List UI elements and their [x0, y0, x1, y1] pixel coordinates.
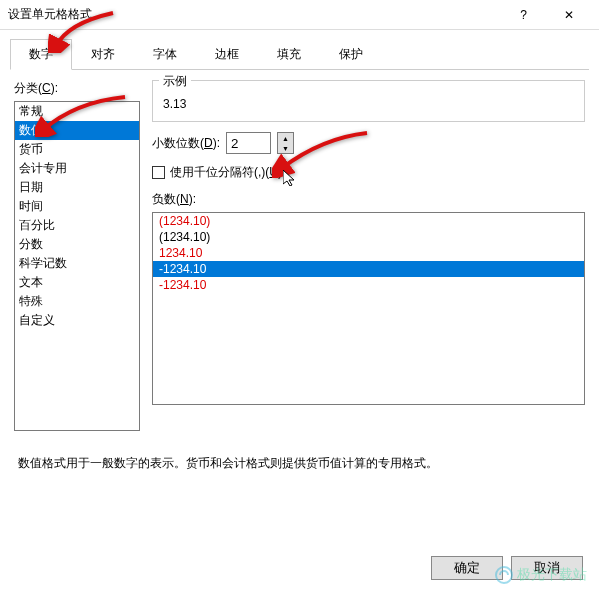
thousands-separator-row: 使用千位分隔符(,)(U) [152, 164, 585, 181]
tab-border[interactable]: 边框 [196, 39, 258, 70]
category-item-fraction[interactable]: 分数 [15, 235, 139, 254]
format-description: 数值格式用于一般数字的表示。货币和会计格式则提供货币值计算的专用格式。 [18, 455, 581, 472]
content-area: 分类(C): 常规 数值 货币 会计专用 日期 时间 百分比 分数 科学记数 文… [0, 70, 599, 441]
tab-alignment[interactable]: 对齐 [72, 39, 134, 70]
category-item-scientific[interactable]: 科学记数 [15, 254, 139, 273]
category-listbox[interactable]: 常规 数值 货币 会计专用 日期 时间 百分比 分数 科学记数 文本 特殊 自定… [14, 101, 140, 431]
tab-fill[interactable]: 填充 [258, 39, 320, 70]
decimal-spinner: ▲ ▼ [277, 132, 294, 154]
negative-listbox[interactable]: (1234.10) (1234.10) 1234.10 -1234.10 -12… [152, 212, 585, 405]
category-item-text[interactable]: 文本 [15, 273, 139, 292]
negative-item[interactable]: (1234.10) [153, 213, 584, 229]
tab-strip: 数字 对齐 字体 边框 填充 保护 [10, 38, 589, 70]
negative-item[interactable]: 1234.10 [153, 245, 584, 261]
tab-protection[interactable]: 保护 [320, 39, 382, 70]
category-column: 分类(C): 常规 数值 货币 会计专用 日期 时间 百分比 分数 科学记数 文… [14, 80, 140, 431]
close-button[interactable]: ✕ [546, 0, 591, 30]
thousands-separator-label: 使用千位分隔符(,)(U) [170, 164, 282, 181]
window-title: 设置单元格格式 [8, 6, 501, 23]
category-item-time[interactable]: 时间 [15, 197, 139, 216]
spin-down-button[interactable]: ▼ [278, 143, 293, 153]
example-value: 3.13 [163, 97, 574, 111]
category-item-date[interactable]: 日期 [15, 178, 139, 197]
category-item-accounting[interactable]: 会计专用 [15, 159, 139, 178]
spin-up-button[interactable]: ▲ [278, 133, 293, 143]
svg-point-0 [496, 567, 512, 583]
example-box: 示例 3.13 [152, 80, 585, 122]
decimal-places-input[interactable] [226, 132, 271, 154]
tab-number[interactable]: 数字 [10, 39, 72, 70]
negative-item[interactable]: (1234.10) [153, 229, 584, 245]
watermark: 极光下载站 [495, 566, 587, 584]
thousands-separator-checkbox[interactable] [152, 166, 165, 179]
negative-item[interactable]: -1234.10 [153, 277, 584, 293]
negative-item[interactable]: -1234.10 [153, 261, 584, 277]
decimal-places-label: 小数位数(D): [152, 135, 220, 152]
category-label: 分类(C): [14, 80, 140, 97]
example-label: 示例 [159, 73, 191, 90]
titlebar: 设置单元格格式 ? ✕ [0, 0, 599, 30]
watermark-icon [495, 566, 513, 584]
category-item-general[interactable]: 常规 [15, 102, 139, 121]
options-column: 示例 3.13 小数位数(D): ▲ ▼ 使用千位分隔符(,)(U) 负数(N)… [152, 80, 585, 431]
help-button[interactable]: ? [501, 0, 546, 30]
category-item-number[interactable]: 数值 [15, 121, 139, 140]
decimal-places-row: 小数位数(D): ▲ ▼ [152, 132, 585, 154]
category-item-percentage[interactable]: 百分比 [15, 216, 139, 235]
category-item-currency[interactable]: 货币 [15, 140, 139, 159]
category-item-custom[interactable]: 自定义 [15, 311, 139, 330]
tab-font[interactable]: 字体 [134, 39, 196, 70]
ok-button[interactable]: 确定 [431, 556, 503, 580]
category-item-special[interactable]: 特殊 [15, 292, 139, 311]
negative-label: 负数(N): [152, 191, 585, 208]
